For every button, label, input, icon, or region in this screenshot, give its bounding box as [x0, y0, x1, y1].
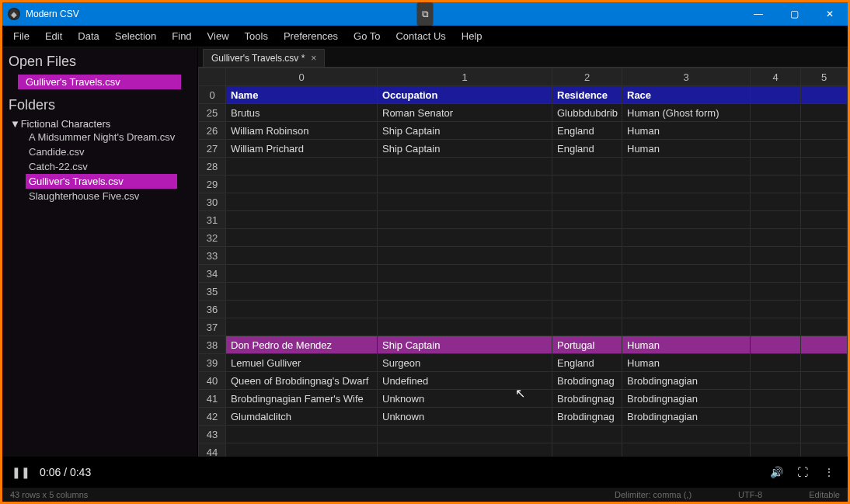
cell[interactable]: Undefined	[378, 372, 552, 390]
fullscreen-icon[interactable]: ⛶	[795, 464, 810, 480]
cell[interactable]: England	[552, 354, 622, 372]
chevron-down-icon[interactable]: ▼	[10, 118, 18, 130]
cell[interactable]	[552, 443, 622, 457]
cell[interactable]	[751, 336, 801, 354]
cell[interactable]	[801, 158, 848, 176]
row-header[interactable]: 31	[199, 211, 226, 229]
cell[interactable]	[751, 104, 801, 122]
row-header[interactable]: 35	[199, 283, 226, 301]
table-row[interactable]: 26William RobinsonShip CaptainEnglandHum…	[199, 122, 848, 140]
table-row[interactable]: 38Don Pedro de MendezShip CaptainPortuga…	[199, 336, 848, 354]
cell[interactable]	[622, 318, 751, 336]
grid-scroll[interactable]: 0123450NameOccupationResidenceRace25Brut…	[198, 68, 848, 457]
cell[interactable]	[622, 247, 751, 265]
menu-edit[interactable]: Edit	[37, 27, 70, 45]
cell[interactable]	[552, 247, 622, 265]
cell[interactable]	[751, 211, 801, 229]
cell[interactable]	[751, 443, 801, 457]
row-header[interactable]: 25	[199, 104, 226, 122]
cell[interactable]	[801, 229, 848, 247]
volume-icon[interactable]: 🔊	[768, 464, 784, 480]
cell[interactable]: Ship Captain	[378, 122, 552, 140]
cell[interactable]	[226, 229, 378, 247]
cell[interactable]	[378, 211, 552, 229]
col-header[interactable]: 1	[378, 68, 552, 86]
cell[interactable]	[622, 229, 751, 247]
row-header[interactable]: 40	[199, 372, 226, 390]
cell[interactable]: Brobdingnag	[552, 372, 622, 390]
cell[interactable]	[378, 443, 552, 457]
cell[interactable]	[552, 158, 622, 176]
col-header[interactable]: 2	[552, 68, 622, 86]
cell[interactable]	[378, 193, 552, 211]
row-header[interactable]: 39	[199, 354, 226, 372]
menu-view[interactable]: View	[200, 27, 237, 45]
menu-find[interactable]: Find	[164, 27, 199, 45]
menu-help[interactable]: Help	[454, 27, 490, 45]
cell[interactable]: Unknown	[378, 390, 552, 408]
cell[interactable]	[552, 229, 622, 247]
table-row[interactable]: 34	[199, 265, 848, 283]
table-row[interactable]: 44	[199, 443, 848, 457]
cell[interactable]: Race	[622, 86, 751, 104]
cell[interactable]	[751, 176, 801, 193]
folder-file-item[interactable]: Gulliver's Travels.csv	[26, 174, 177, 189]
cell[interactable]: Brobdingnagian	[622, 372, 751, 390]
cell[interactable]: Ship Captain	[378, 336, 552, 354]
cell[interactable]	[226, 211, 378, 229]
row-header[interactable]: 36	[199, 301, 226, 318]
table-row[interactable]: 25BrutusRoman SenatorGlubbdubdribHuman (…	[199, 104, 848, 122]
cell[interactable]	[801, 140, 848, 158]
cell[interactable]	[751, 372, 801, 390]
table-row[interactable]: 31	[199, 211, 848, 229]
cell[interactable]	[226, 247, 378, 265]
cell[interactable]: Brobdingnag	[552, 390, 622, 408]
minimize-button[interactable]: —	[740, 2, 776, 26]
cell[interactable]	[226, 176, 378, 193]
cell[interactable]	[378, 283, 552, 301]
cell[interactable]	[801, 211, 848, 229]
row-header[interactable]: 37	[199, 318, 226, 336]
row-header[interactable]: 44	[199, 443, 226, 457]
menu-data[interactable]: Data	[70, 27, 106, 45]
cell[interactable]	[801, 336, 848, 354]
cell[interactable]: Name	[226, 86, 378, 104]
cell[interactable]: Glumdalclitch	[226, 408, 378, 426]
cell[interactable]: Human	[622, 354, 751, 372]
cell[interactable]: England	[552, 122, 622, 140]
table-row[interactable]: 40Queen of Brobdingnag's DwarfUndefinedB…	[199, 372, 848, 390]
folder-file-item[interactable]: Candide.csv	[29, 144, 180, 159]
cell[interactable]	[378, 426, 552, 443]
more-icon[interactable]: ⋮	[821, 464, 837, 480]
cell[interactable]	[622, 265, 751, 283]
col-header[interactable]: 0	[226, 68, 378, 86]
cell[interactable]	[552, 265, 622, 283]
cell[interactable]	[801, 301, 848, 318]
row-header[interactable]: 41	[199, 390, 226, 408]
cell[interactable]	[801, 283, 848, 301]
folder-file-item[interactable]: Catch-22.csv	[29, 159, 180, 174]
cell[interactable]	[751, 283, 801, 301]
row-header[interactable]: 34	[199, 265, 226, 283]
menu-file[interactable]: File	[5, 27, 37, 45]
cell[interactable]	[552, 426, 622, 443]
row-header[interactable]: 28	[199, 158, 226, 176]
cell[interactable]	[552, 211, 622, 229]
cell[interactable]	[378, 158, 552, 176]
cell[interactable]	[751, 122, 801, 140]
row-header[interactable]: 33	[199, 247, 226, 265]
row-header[interactable]: 32	[199, 229, 226, 247]
close-button[interactable]: ✕	[812, 2, 848, 26]
cell[interactable]	[226, 443, 378, 457]
cell[interactable]	[226, 193, 378, 211]
table-row[interactable]: 39Lemuel GulliverSurgeonEnglandHuman	[199, 354, 848, 372]
open-file-item[interactable]: Gulliver's Travels.csv	[18, 75, 181, 89]
cell[interactable]	[751, 158, 801, 176]
table-row[interactable]: 30	[199, 193, 848, 211]
row-header[interactable]: 38	[199, 336, 226, 354]
cell[interactable]	[622, 211, 751, 229]
cell[interactable]: Human	[622, 122, 751, 140]
cell[interactable]	[226, 158, 378, 176]
table-row[interactable]: 35	[199, 283, 848, 301]
cell[interactable]	[751, 247, 801, 265]
